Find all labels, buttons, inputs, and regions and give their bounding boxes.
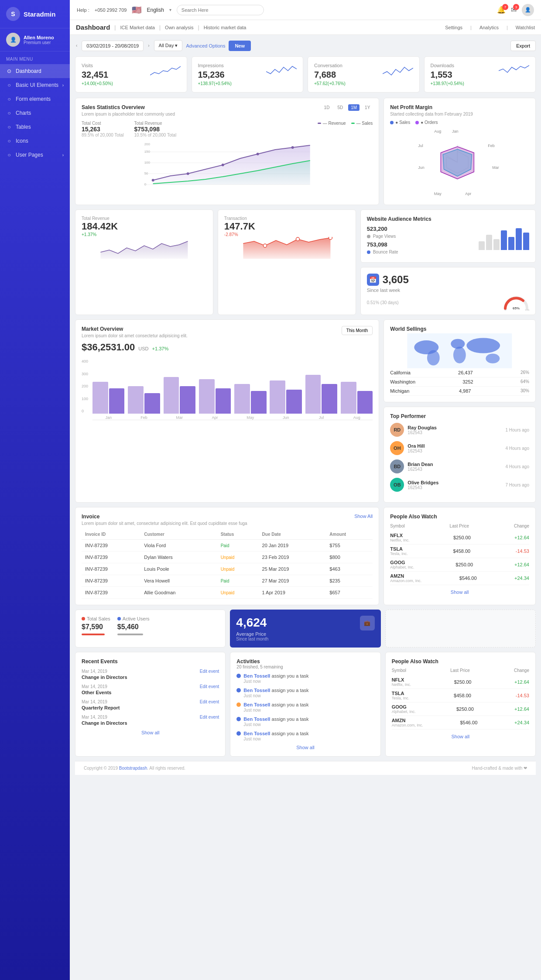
edit-event-button[interactable]: Edit event <box>200 715 219 720</box>
col-change: Change <box>514 524 529 528</box>
event-item-3: Mar 14, 2019 Edit event Quarterly Report <box>82 699 219 710</box>
advanced-options-button[interactable]: Advanced Options <box>186 43 225 48</box>
performer-time: 4 Hours ago <box>506 446 529 451</box>
performer-id: 162543 <box>407 430 437 435</box>
performer-avatar: RD <box>390 423 404 437</box>
stock-nflx: NFLX Netflix, Inc. $250.00 +12.64 <box>390 531 529 545</box>
mini-cards-row: Total Revenue 184.42K +1.37% <box>75 209 536 315</box>
sidebar-item-tables[interactable]: ○ Tables <box>0 120 70 134</box>
world-map-svg <box>390 333 529 368</box>
activities-list: Ben Tossell assign you a task Just now B… <box>236 673 374 741</box>
stat-label: Visits <box>82 63 113 68</box>
total-cost-label: Total Cost <box>82 121 124 126</box>
sidebar-item-dashboard[interactable]: ⊙ Dashboard <box>0 64 70 78</box>
sidebar-item-charts[interactable]: ○ Charts <box>0 106 70 120</box>
col-due-date: Due Date <box>259 529 326 540</box>
total-revenue-label: Total Revenue <box>134 121 177 126</box>
header-watchlist-link[interactable]: Watchlist <box>516 25 535 30</box>
country-washington: Washington <box>390 379 415 384</box>
events-show-all[interactable]: Show all <box>141 730 160 735</box>
invoice-show-all[interactable]: Show All <box>354 514 373 519</box>
svg-point-12 <box>257 153 259 155</box>
event-date: Mar 14, 2019 <box>82 669 107 674</box>
performer-id: 162543 <box>407 449 425 453</box>
people-watch-show-all-2[interactable]: Show all <box>452 734 470 739</box>
market-bar-mar: Mar <box>164 368 195 420</box>
date-next-button[interactable]: › <box>147 43 150 48</box>
country-washington-pct: 64% <box>520 379 529 384</box>
bottom-stats-row: Total Sales $7,590 Active Users $5,460 <box>75 610 536 648</box>
tab-5d[interactable]: 5D <box>335 104 346 111</box>
stock-company: Alphabet, Inc. <box>390 565 414 569</box>
people-watch-card-2: People Also Watch Symbol Last Price Chan… <box>385 652 536 757</box>
language-selector[interactable]: English <box>147 7 164 13</box>
svg-text:200: 200 <box>144 142 151 146</box>
edit-event-button[interactable]: Edit event <box>200 684 219 689</box>
stock-price: $250.00 <box>456 706 474 712</box>
radar-legend: ● Sales ● Orders <box>390 120 529 125</box>
col-customer: Customer <box>140 529 217 540</box>
sidebar-item-basic-ui[interactable]: ○ Basic UI Elements › <box>0 78 70 92</box>
tab-1m[interactable]: 1M <box>348 104 360 111</box>
search-input[interactable] <box>177 5 264 15</box>
svg-text:0: 0 <box>144 182 147 186</box>
col-last-price-2: Last Price <box>450 668 469 673</box>
app-logo-icon: S <box>6 7 20 21</box>
header-analytics-link[interactable]: Analytics <box>479 25 499 30</box>
notifications-button[interactable]: 🔔 7 <box>497 6 506 14</box>
month-selector-button[interactable]: This Month <box>342 326 373 335</box>
svg-point-10 <box>187 172 189 175</box>
tab-1d[interactable]: 1D <box>322 104 332 111</box>
edit-event-button[interactable]: Edit event <box>200 669 219 674</box>
market-bar-jun: Jun <box>270 368 301 420</box>
performer-name: Ray Douglas <box>407 425 437 430</box>
chart-tabs: 1D 5D 1M 1Y <box>322 104 373 111</box>
customer-name: Vera Howell <box>140 575 217 587</box>
user-avatar-button[interactable]: 👤 <box>522 4 534 16</box>
avg-price-value: 4,624 <box>236 616 267 630</box>
svg-point-27 <box>296 237 299 241</box>
messages-button[interactable]: ✉ 3 <box>511 6 517 14</box>
stock-amzn-2: AMZN Amazon.com, Inc. $546.00 +24.34 <box>392 716 529 730</box>
country-washington-val: 3252 <box>462 379 473 384</box>
new-button[interactable]: New <box>229 41 251 51</box>
date-range-selector[interactable]: 03/02/2019 - 20/08/2019 <box>82 41 144 51</box>
svg-text:50: 50 <box>144 171 148 175</box>
stat-value: 32,451 <box>82 70 113 80</box>
invoice-subtitle: Lorem ipsum dolor sit amet, consectetur … <box>82 521 247 526</box>
stock-symbol: TSLA <box>392 691 410 696</box>
audience-bar-chart <box>479 228 529 250</box>
header-link-ice[interactable]: ICE Market data <box>120 25 154 30</box>
performer-name: Ora Hill <box>407 443 425 449</box>
svg-text:May: May <box>434 192 442 196</box>
stats-row: Visits 32,451 +14.00(+0.50%) Impressions… <box>75 56 536 93</box>
stock-change: -14.53 <box>516 693 529 698</box>
sparkline-conversation <box>383 63 413 78</box>
basic-ui-icon: ○ <box>6 82 12 88</box>
edit-event-button[interactable]: Edit event <box>200 699 219 704</box>
sidebar-item-icons[interactable]: ○ Icons <box>0 134 70 148</box>
tables-icon: ○ <box>6 124 12 130</box>
header-link-historic[interactable]: Historic market data <box>204 25 247 30</box>
country-michigan: Michigan <box>390 388 409 394</box>
stat-label: Downloads <box>431 63 464 68</box>
people-watch-show-all[interactable]: Show all <box>451 589 469 595</box>
time-filter-select[interactable]: All Day ▾ <box>154 40 183 51</box>
activity-text: assign you a task <box>272 716 309 722</box>
avatar: 👤 <box>6 33 20 47</box>
market-bar-feb: Feb <box>128 368 160 420</box>
mini-transaction-change: -2.87% <box>224 232 255 237</box>
sidebar-user[interactable]: 👤 Allen Moreno Premium user <box>0 28 70 51</box>
header-link-own[interactable]: Own analysis <box>165 25 193 30</box>
header-settings-link[interactable]: Settings <box>445 25 462 30</box>
sidebar-item-user-pages[interactable]: ○ User Pages › <box>0 148 70 162</box>
activities-show-all[interactable]: Show all <box>296 745 315 750</box>
market-subtitle: Lorem ipsum dolor sit amet consectetur a… <box>82 333 188 338</box>
sidebar-item-form[interactable]: ○ Form elements <box>0 92 70 106</box>
tab-1y[interactable]: 1Y <box>362 104 373 111</box>
stat-conversation: Conversation 7,688 +57.62(+0.76%) <box>308 56 420 93</box>
activity-time: Just now <box>243 693 308 698</box>
date-prev-button[interactable]: ‹ <box>75 43 78 48</box>
export-button[interactable]: Export <box>510 41 536 51</box>
customer-name: Viola Ford <box>140 540 217 552</box>
